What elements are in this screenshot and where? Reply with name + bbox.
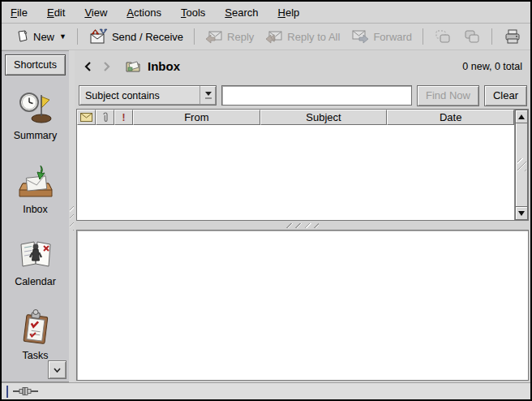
send-receive-label: Send / Receive [112,31,183,43]
sidebar-item-tasks[interactable]: Tasks [3,308,68,361]
statusbar [2,382,530,399]
summary-icon [17,88,54,126]
menu-edit[interactable]: Edit [47,6,65,19]
move-to-folder-button[interactable] [430,26,456,47]
menu-file[interactable]: File [11,6,28,19]
chevron-down-icon: ▼ [59,32,66,41]
menu-tools[interactable]: Tools [181,6,205,19]
new-button[interactable]: New ▼ [11,27,71,46]
inbox-icon [16,162,55,200]
online-status-plug-icon[interactable] [13,386,41,396]
shortcuts-group-button[interactable]: Shortcuts [5,54,66,75]
search-input[interactable] [221,85,412,106]
copy-to-folder-icon [463,28,481,45]
column-attachment[interactable] [96,110,114,125]
reply-all-icon [265,28,283,45]
triangle-down-icon [518,211,525,216]
column-priority[interactable]: ! [114,110,133,125]
toolbar: New ▼ Send / Receive Reply [2,24,530,50]
folder-message-count: 0 new, 0 total [462,61,522,72]
new-button-label: New [33,31,54,43]
sidebar-item-summary[interactable]: Summary [3,88,68,141]
shortcuts-sidebar: Shortcuts Summary [2,50,69,382]
folder-title: Inbox [148,59,180,73]
content-area: Inbox 0 new, 0 total Subject contains Fi… [75,50,530,382]
menubar: File Edit View Actions Tools Search Help [2,2,530,24]
message-list-pane: ! From Subject Date [76,109,529,221]
dropdown-arrow-icon [200,86,216,105]
message-list-header: ! From Subject Date [77,110,514,125]
sidebar-scroll-down-button[interactable] [48,360,66,379]
toolbar-separator [423,28,423,45]
reply-icon [205,28,223,45]
reply-to-all-label: Reply to All [287,31,340,43]
column-from[interactable]: From [133,110,260,125]
forward-label: Forward [373,31,412,43]
tasks-icon [17,308,54,346]
message-list-body[interactable] [77,125,514,220]
sidebar-item-calendar[interactable]: Calendar [3,236,68,287]
inbox-folder-icon [125,59,141,73]
toolbar-separator [194,28,195,45]
print-button[interactable] [499,26,526,47]
column-date[interactable]: Date [387,110,514,125]
menu-view[interactable]: View [84,6,107,19]
sidebar-item-label: Tasks [23,350,49,361]
find-now-button[interactable]: Find Now [417,85,479,106]
send-receive-button[interactable]: Send / Receive [84,26,187,47]
back-arrow-icon[interactable] [81,59,94,74]
scrollbar-thumb[interactable] [515,123,528,206]
calendar-icon [16,236,55,272]
clear-button[interactable]: Clear [484,85,527,106]
reply-to-all-button[interactable]: Reply to All [261,26,344,47]
triangle-up-icon [518,114,525,119]
search-criteria-dropdown[interactable]: Subject contains [79,85,217,106]
send-receive-icon [88,28,108,45]
sidebar-item-inbox[interactable]: Inbox [3,162,68,215]
clear-label: Clear [493,89,518,101]
toolbar-separator [491,28,492,45]
splitter-grip [70,206,74,231]
attachment-icon [102,112,109,123]
scrollbar-grip [517,158,526,171]
sidebar-item-label: Inbox [23,204,48,215]
preview-splitter[interactable] [75,221,530,230]
shortcut-item-list: Summary Inbox [2,79,69,361]
forward-button[interactable]: Forward [347,26,416,47]
new-document-icon [15,29,29,44]
reply-button[interactable]: Reply [201,26,258,47]
forward-arrow-icon[interactable] [101,59,114,74]
priority-icon: ! [122,112,126,123]
main-area: Shortcuts Summary [2,50,530,382]
sidebar-item-label: Summary [14,130,57,141]
message-preview-pane[interactable] [76,230,529,381]
column-mail-status[interactable] [77,110,96,125]
menu-actions[interactable]: Actions [127,6,161,19]
print-icon [503,28,522,45]
find-now-label: Find Now [426,89,470,101]
mail-status-icon [80,113,92,122]
reply-label: Reply [227,31,254,43]
message-list-scrollbar[interactable] [514,110,528,220]
chevron-down-icon [54,368,61,373]
statusbar-edge [6,386,8,398]
scroll-up-button[interactable] [515,110,528,123]
folder-header: Inbox 0 new, 0 total [75,50,530,82]
sidebar-item-label: Calendar [15,276,56,287]
column-subject[interactable]: Subject [260,110,388,125]
move-to-folder-icon [434,28,452,45]
menu-help[interactable]: Help [278,6,300,19]
splitter-grip [286,223,319,228]
search-bar: Subject contains Find Now Clear [75,82,530,109]
scroll-down-button[interactable] [515,206,528,220]
copy-to-folder-button[interactable] [459,26,485,47]
forward-icon [351,28,369,45]
toolbar-separator [77,28,78,45]
search-criteria-value: Subject contains [79,86,200,105]
menu-search[interactable]: Search [225,6,258,19]
shortcuts-group-label: Shortcuts [14,59,57,71]
sidebar-splitter[interactable] [69,50,75,382]
evolution-window: { "menu_bar": { "items": [ { "label": "F… [0,0,532,401]
